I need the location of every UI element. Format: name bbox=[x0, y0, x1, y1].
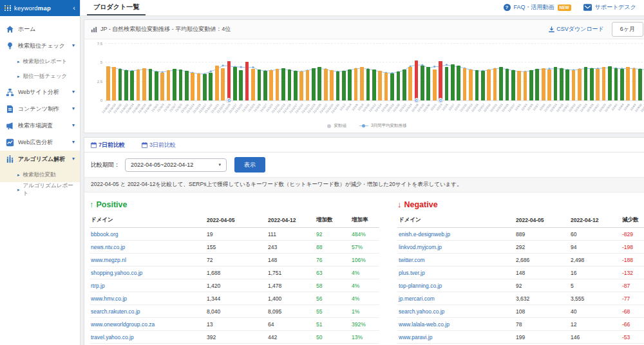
faq-link[interactable]: FAQ・活用動画 bbox=[514, 3, 554, 12]
range-select-button[interactable]: 6ヶ月 bbox=[612, 22, 643, 37]
domain-link[interactable]: news.ntv.co.jp bbox=[90, 241, 205, 254]
sidebar-item-ad-analysis[interactable]: Web広告分析 ▾ bbox=[0, 134, 80, 151]
sidebar-item-home[interactable]: ホーム bbox=[0, 21, 80, 37]
domain-link[interactable]: top-planning.co.jp bbox=[397, 279, 515, 292]
brand-bar: keywordmap ‹ bbox=[0, 0, 80, 16]
table-cell: 4% bbox=[350, 279, 379, 292]
show-button[interactable]: 表示 bbox=[234, 157, 265, 172]
table-row: top-planning.co.jp925-87 bbox=[397, 279, 644, 292]
table-row: rtrp.jp1,4201,478584% bbox=[90, 279, 379, 292]
table-cell: 78 bbox=[515, 318, 569, 331]
sidebar-item-label: コンテンツ制作 bbox=[18, 105, 59, 113]
chart-bar bbox=[408, 67, 412, 100]
chart-bar bbox=[288, 70, 292, 100]
chart-bar bbox=[160, 73, 164, 100]
table-row: news.ntv.co.jp1552438857% bbox=[90, 241, 379, 254]
chart-bar bbox=[487, 70, 491, 100]
sidebar: keywordmap ‹ ホーム 検索順位チェック ▾ ▸ 検索順位レポート ▸… bbox=[0, 0, 80, 345]
sidebar-item-rank-fluctuation[interactable]: ▸ 検索順位変動 bbox=[0, 167, 80, 182]
domain-link[interactable]: search.yahoo.co.jp bbox=[397, 305, 515, 318]
domain-link[interactable]: linkvod.myjcom.jp bbox=[397, 241, 515, 254]
chart-bar bbox=[632, 68, 636, 100]
tab-compare-3days[interactable]: 3日前比較 bbox=[142, 141, 176, 149]
table-cell: 58 bbox=[315, 279, 350, 292]
chart-bar bbox=[112, 67, 116, 100]
table-cell: 111 bbox=[267, 228, 315, 241]
sidebar-item-algorithm-report[interactable]: ▸ アルゴリズムレポート bbox=[0, 182, 80, 197]
sidebar-item-rank-check[interactable]: 検索順位チェック ▾ bbox=[0, 37, 80, 54]
domain-link[interactable]: www.paravi.jp bbox=[397, 331, 515, 344]
domain-link[interactable]: www.oneworldgroup.co.za bbox=[90, 318, 205, 331]
chart-bar bbox=[215, 66, 219, 100]
chart-bar bbox=[433, 70, 437, 100]
y-axis-tick: 0 bbox=[90, 98, 102, 102]
chart-bar bbox=[167, 70, 171, 100]
chart-bar bbox=[517, 71, 521, 100]
sidebar-collapse-icon[interactable]: ‹ bbox=[73, 5, 75, 12]
chart-bar bbox=[118, 69, 122, 100]
sidebar-item-bulk-check[interactable]: ▸ 順位一括チェック bbox=[0, 69, 80, 84]
chevron-down-icon: ▾ bbox=[72, 106, 75, 111]
table-cell: 72 bbox=[205, 254, 267, 266]
table-cell: -53 bbox=[621, 331, 644, 344]
domain-link[interactable]: plus.tver.jp bbox=[397, 266, 515, 279]
positive-title: ↑Positive bbox=[90, 200, 379, 209]
mini-bar-chart-icon bbox=[91, 26, 97, 33]
sidebar-item-algorithm-analysis[interactable]: アルゴリズム解析 ▾ bbox=[0, 151, 80, 167]
table-cell: 392 bbox=[205, 331, 267, 344]
table-cell: 1,420 bbox=[205, 279, 267, 292]
tab-product-list[interactable]: プロダクト一覧 bbox=[87, 0, 146, 15]
select-caret-icon: ▾ bbox=[218, 162, 221, 167]
chart-bar bbox=[390, 73, 394, 100]
table-cell: 1,478 bbox=[267, 279, 315, 292]
bar-chart-icon bbox=[5, 154, 14, 163]
domain-link[interactable]: travel.yahoo.co.jp bbox=[90, 331, 205, 344]
chevron-down-icon: ▾ bbox=[72, 140, 75, 145]
table-cell: 442 bbox=[267, 331, 315, 344]
support-desk-link[interactable]: サポートデスク bbox=[595, 3, 636, 12]
period-select[interactable]: 2022-04-05~2022-04-12▾ bbox=[125, 158, 227, 172]
chart-bar bbox=[221, 68, 225, 100]
domain-link[interactable]: twitter.com bbox=[397, 254, 515, 266]
chart-bar bbox=[415, 61, 419, 100]
domain-link[interactable]: search.rakuten.co.jp bbox=[90, 305, 205, 318]
chart-bar bbox=[457, 66, 460, 100]
sidebar-item-rank-report[interactable]: ▸ 検索順位レポート bbox=[0, 54, 80, 69]
table-cell: 392% bbox=[350, 318, 379, 331]
chart-bar bbox=[306, 70, 310, 100]
tab-compare-7days[interactable]: 7日前比較 bbox=[91, 141, 125, 149]
sidebar-item-content-creation[interactable]: コンテンツ制作 ▾ bbox=[0, 100, 80, 117]
domain-link[interactable]: jp.mercari.com bbox=[397, 292, 515, 305]
domain-link[interactable]: www.megzp.nl bbox=[90, 254, 205, 266]
sidebar-item-label: 検索順位レポート bbox=[23, 58, 68, 66]
table-row: jp.mercari.com3,6323,555-77 bbox=[397, 292, 644, 305]
y-axis-tick: 7.5 bbox=[90, 42, 102, 46]
topbar: プロダクト一覧 ? FAQ・活用動画 NEW サポートデスク bbox=[80, 0, 644, 16]
positive-table: ドメイン 2022-04-05 2022-04-12 増加数 増加率 bbboo… bbox=[90, 213, 379, 345]
table-row: www.hmv.co.jp1,3441,400564% bbox=[90, 292, 379, 305]
domain-link[interactable]: bbbook.org bbox=[90, 228, 205, 241]
table-row: search.rakuten.co.jp8,0408,095551% bbox=[90, 305, 379, 318]
line-chart-icon bbox=[5, 138, 14, 147]
y-axis-tick: 2.5 bbox=[90, 80, 102, 84]
sidebar-item-website-analysis[interactable]: Webサイト分析 ▾ bbox=[0, 84, 80, 100]
domain-link[interactable]: www.lalala-web.co.jp bbox=[397, 318, 515, 331]
sidebar-item-market-research[interactable]: 検索市場調査 ▾ bbox=[0, 117, 80, 134]
domain-link[interactable]: www.hmv.co.jp bbox=[90, 292, 205, 305]
table-row: www.lalala-web.co.jp7812-66 bbox=[397, 318, 644, 331]
chart-bar bbox=[336, 71, 340, 100]
table-cell: 1% bbox=[350, 305, 379, 318]
chart-bar bbox=[149, 69, 153, 100]
csv-download-link[interactable]: CSVダウンロード bbox=[549, 25, 604, 33]
col-header: 増加率 bbox=[350, 213, 379, 228]
domain-link[interactable]: enish.e-designweb.jp bbox=[397, 228, 515, 241]
megaphone-icon bbox=[5, 121, 14, 130]
chart-bar bbox=[608, 66, 612, 100]
chart-x-axis-labels: 21/10/1621/10/1821/10/2021/10/2221/10/24… bbox=[105, 101, 644, 122]
chart-bar bbox=[185, 71, 189, 100]
chart-bar bbox=[572, 70, 576, 100]
domain-link[interactable]: rtrp.jp bbox=[90, 279, 205, 292]
table-cell: 148 bbox=[515, 266, 569, 279]
domain-link[interactable]: shopping.yahoo.co.jp bbox=[90, 266, 205, 279]
table-cell: 243 bbox=[267, 241, 315, 254]
